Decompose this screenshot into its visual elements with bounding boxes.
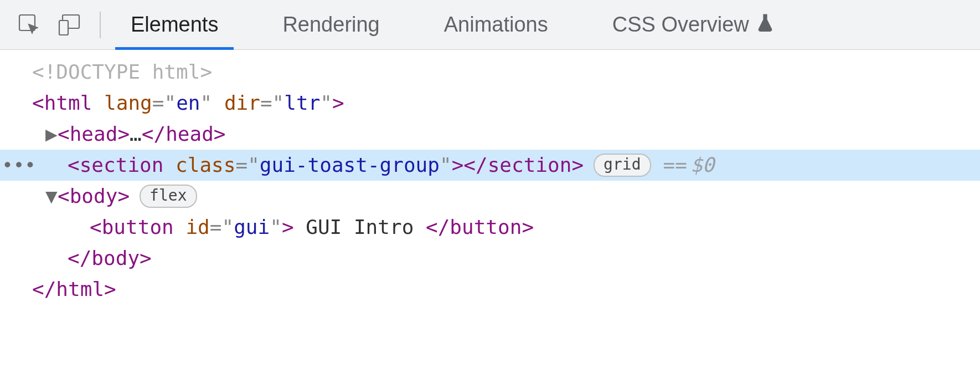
tag-name: section	[80, 150, 164, 181]
text-node: GUI Intro	[294, 212, 426, 243]
attr-value: en	[176, 88, 200, 119]
tab-label: Animations	[444, 13, 548, 37]
device-toolbar-icon[interactable]	[56, 12, 82, 38]
tab-label: Rendering	[282, 13, 379, 37]
tag-name: head	[70, 119, 118, 150]
devtools-toolbar: Elements Rendering Animations CSS Overvi…	[0, 0, 980, 50]
tab-rendering[interactable]: Rendering	[267, 0, 395, 49]
collapse-arrow-icon[interactable]: ▼	[45, 181, 56, 212]
tree-row-body-open[interactable]: ▼ <body> flex	[0, 181, 980, 212]
tree-row-doctype[interactable]: <!DOCTYPE html>	[0, 57, 980, 88]
tree-row-body-close[interactable]: </body>	[0, 243, 980, 274]
more-actions-icon[interactable]: •••	[6, 150, 32, 181]
experimental-icon	[757, 13, 773, 37]
tree-row-html-open[interactable]: <html lang="en" dir="ltr">	[0, 88, 980, 119]
tab-css-overview[interactable]: CSS Overview	[597, 0, 789, 49]
attr-value: gui	[234, 212, 270, 243]
attr-value: gui-toast-group	[260, 150, 440, 181]
collapsed-ellipsis: …	[130, 119, 142, 150]
tab-animations[interactable]: Animations	[429, 0, 564, 49]
tree-row-section-selected[interactable]: ••• <section class="gui-toast-group"></s…	[0, 150, 980, 181]
attr-name: dir	[224, 88, 260, 119]
elements-tree: <!DOCTYPE html> <html lang="en" dir="ltr…	[0, 50, 980, 305]
svg-rect-2	[59, 21, 68, 35]
tag-name: button	[102, 212, 174, 243]
angle-open: <	[32, 88, 44, 119]
attr-name: lang	[104, 88, 152, 119]
tree-row-button[interactable]: <button id="gui"> GUI Intro </button>	[0, 212, 980, 243]
layout-badge-grid[interactable]: grid	[594, 154, 651, 177]
expand-arrow-icon[interactable]: ▶	[45, 119, 56, 150]
tab-elements[interactable]: Elements	[115, 0, 234, 49]
toolbar-divider	[100, 12, 101, 38]
tab-label: Elements	[131, 13, 218, 37]
tree-row-html-close[interactable]: </html>	[0, 274, 980, 305]
inspect-element-icon[interactable]	[17, 12, 42, 38]
doctype-text: <!DOCTYPE html>	[32, 57, 212, 88]
tab-label: CSS Overview	[612, 13, 749, 37]
attr-value: ltr	[284, 88, 320, 119]
tag-name: body	[70, 181, 118, 212]
tag-name: html	[44, 88, 92, 119]
attr-name: id	[185, 212, 209, 243]
tree-row-head[interactable]: ▶ <head>…</head>	[0, 119, 980, 150]
attr-name: class	[176, 150, 235, 181]
console-selected-ref: ==$0	[663, 150, 715, 181]
layout-badge-flex[interactable]: flex	[140, 185, 197, 208]
